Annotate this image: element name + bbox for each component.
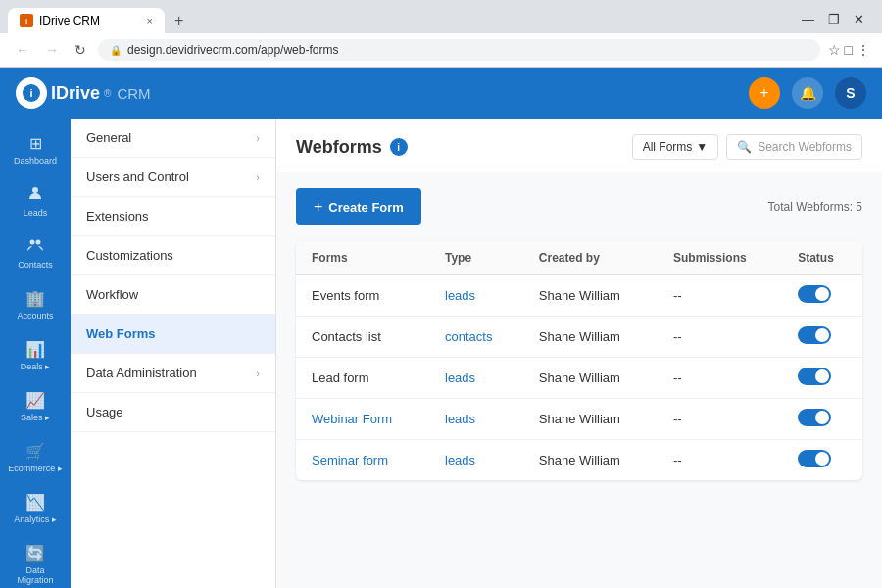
secure-icon: 🔒 [110, 45, 122, 56]
cell-status[interactable] [782, 275, 862, 317]
nav-label-extensions: Extensions [86, 209, 149, 223]
sidebar-item-ecommerce[interactable]: 🛒 Ecommerce ▸ [4, 434, 67, 481]
nav-item-web-forms[interactable]: Web Forms [71, 315, 275, 354]
close-btn[interactable]: ✕ [848, 10, 870, 28]
search-icon: 🔍 [737, 140, 752, 154]
user-avatar-button[interactable]: S [835, 77, 866, 109]
browser-tab[interactable]: i IDrive CRM × [8, 8, 165, 33]
cell-type: contacts [429, 317, 523, 358]
sidebar-item-analytics[interactable]: 📉 Analytics ▸ [4, 485, 67, 532]
svg-point-3 [30, 240, 35, 245]
nav-label-web-forms: Web Forms [86, 326, 156, 341]
sidebar-item-contacts[interactable]: Contacts [4, 229, 67, 277]
sidebar-label-accounts: Accounts [17, 311, 53, 320]
content-header: Webforms i All Forms ▼ 🔍 Search Webforms [276, 119, 882, 172]
accounts-icon: 🏢 [25, 289, 45, 308]
col-submissions: Submissions [658, 241, 782, 275]
nav-item-data-administration[interactable]: Data Administration › [71, 354, 275, 393]
cell-submissions: -- [658, 358, 782, 399]
cell-submissions: -- [658, 275, 782, 317]
notifications-button[interactable]: 🔔 [792, 77, 823, 109]
status-toggle[interactable] [798, 409, 831, 426]
action-row: + Create Form Total Webforms: 5 [296, 188, 862, 225]
forward-btn[interactable]: → [41, 40, 63, 60]
data-migration-icon: 🔄 [25, 544, 45, 563]
sidebar-item-dashboard[interactable]: ⊞ Dashboard [4, 126, 67, 173]
total-count: Total Webforms: 5 [768, 200, 862, 214]
logo-icon: i [16, 77, 47, 109]
minimize-btn[interactable]: — [796, 10, 820, 28]
filter-dropdown[interactable]: All Forms ▼ [632, 134, 719, 160]
cell-created-by: Shane William [523, 317, 658, 358]
sidebar-item-deals[interactable]: 📊 Deals ▸ [4, 332, 67, 379]
nav-label-workflow: Workflow [86, 287, 138, 302]
cell-created-by: Shane William [523, 440, 658, 481]
sidebar-item-accounts[interactable]: 🏢 Accounts [4, 281, 67, 328]
cell-form-name[interactable]: Contacts list [296, 317, 429, 358]
restore-btn[interactable]: ❐ [822, 10, 846, 28]
webforms-table: Forms Type Created by Submissions Status… [296, 241, 862, 480]
cell-form-name[interactable]: Lead form [296, 358, 429, 399]
bookmark-btn[interactable]: ☆ [828, 42, 841, 58]
col-status: Status [782, 241, 862, 275]
nav-item-general[interactable]: General › [71, 119, 275, 158]
url-bar[interactable]: 🔒 design.devidrivecrm.com/app/web-forms [98, 39, 820, 61]
cell-type: leads [429, 275, 523, 317]
contacts-icon [27, 237, 43, 257]
cell-submissions: -- [658, 399, 782, 440]
cell-created-by: Shane William [523, 275, 658, 317]
svg-point-2 [32, 187, 38, 193]
cell-submissions: -- [658, 317, 782, 358]
nav-item-users-control[interactable]: Users and Control › [71, 158, 275, 197]
back-btn[interactable]: ← [12, 40, 33, 60]
status-toggle[interactable] [798, 326, 831, 344]
table-row: Seminar form leads Shane William -- [296, 440, 862, 481]
logo-crm: CRM [117, 85, 150, 102]
app-header: i IDrive ® CRM + 🔔 S [0, 68, 882, 119]
sidebar-item-data-migration[interactable]: 🔄 Data Migration [4, 536, 67, 588]
create-btn-label: Create Form [328, 200, 404, 215]
create-form-button[interactable]: + Create Form [296, 188, 421, 225]
address-bar: ← → ↻ 🔒 design.devidrivecrm.com/app/web-… [0, 33, 882, 68]
refresh-btn[interactable]: ↻ [71, 40, 90, 60]
sidebar-item-leads[interactable]: Leads [4, 177, 67, 225]
nav-panel: General › Users and Control › Extensions… [71, 119, 276, 588]
nav-item-usage[interactable]: Usage [71, 393, 275, 432]
cell-form-name[interactable]: Seminar form [296, 440, 429, 481]
nav-label-customizations: Customizations [86, 248, 173, 263]
nav-item-workflow[interactable]: Workflow [71, 275, 275, 315]
cell-type: leads [429, 399, 523, 440]
sidebar-item-sales[interactable]: 📈 Sales ▸ [4, 383, 67, 430]
info-icon[interactable]: i [390, 138, 408, 156]
col-forms: Forms [296, 241, 429, 275]
menu-btn[interactable]: ⋮ [857, 42, 870, 58]
nav-item-extensions[interactable]: Extensions [71, 197, 275, 236]
extensions-btn[interactable]: □ [845, 42, 853, 58]
sidebar-label-data-migration: Data Migration [8, 565, 63, 585]
svg-text:i: i [29, 87, 32, 99]
sidebar-label-sales: Sales ▸ [21, 413, 50, 422]
content-body: + Create Form Total Webforms: 5 Forms Ty… [276, 172, 882, 588]
add-button[interactable]: + [749, 77, 780, 109]
cell-status[interactable] [782, 317, 862, 358]
table-row: Webinar Form leads Shane William -- [296, 399, 862, 440]
leads-icon [27, 185, 43, 205]
nav-label-usage: Usage [86, 405, 123, 419]
cell-status[interactable] [782, 399, 862, 440]
logo-superscript: ® [104, 88, 111, 99]
status-toggle[interactable] [798, 368, 831, 385]
tab-close-btn[interactable]: × [147, 15, 153, 26]
new-tab-btn[interactable]: + [169, 12, 189, 29]
svg-point-4 [36, 240, 41, 245]
nav-item-customizations[interactable]: Customizations [71, 236, 275, 275]
status-toggle[interactable] [798, 450, 831, 467]
sidebar: ⊞ Dashboard Leads Contacts 🏢 [0, 119, 71, 588]
status-toggle[interactable] [798, 285, 831, 303]
cell-status[interactable] [782, 440, 862, 481]
cell-status[interactable] [782, 358, 862, 399]
cell-form-name[interactable]: Webinar Form [296, 399, 429, 440]
create-btn-icon: + [314, 198, 322, 216]
cell-form-name[interactable]: Events form [296, 275, 429, 317]
search-box[interactable]: 🔍 Search Webforms [726, 134, 862, 160]
table-row: Lead form leads Shane William -- [296, 358, 862, 399]
